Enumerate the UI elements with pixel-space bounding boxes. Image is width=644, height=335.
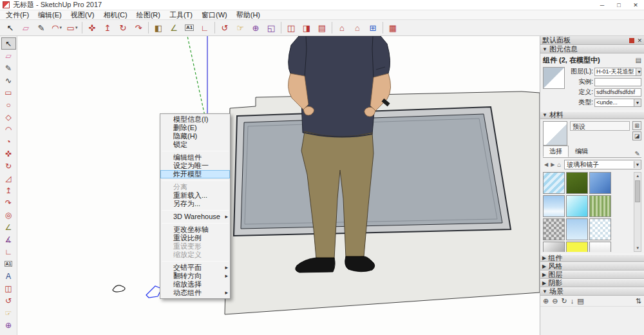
tool-extension-warehouse[interactable]: ⊞: [366, 21, 380, 35]
context-item-save-as[interactable]: 另存为...: [160, 200, 230, 208]
scrollbar-thumb[interactable]: [635, 180, 640, 202]
field-layer-select[interactable]: H-01-天花造型▼: [594, 68, 641, 76]
context-item-zoom-selection[interactable]: 缩放选择: [160, 280, 230, 289]
scroll-up-icon[interactable]: ▲: [636, 173, 639, 179]
close-button[interactable]: ✕: [627, 0, 644, 10]
tool-zoom-extents[interactable]: ◱: [264, 21, 278, 35]
tool-get-models[interactable]: ⌂: [335, 21, 349, 35]
tool-text[interactable]: A1: [182, 21, 196, 35]
tool-eraser[interactable]: ▱: [19, 21, 33, 35]
tool-component-options[interactable]: ▦: [386, 21, 400, 35]
viewport-canvas[interactable]: 模型信息(I)删除(E)隐藏(H)锁定编辑组件设定为唯一炸开模型分离重新载入..…: [17, 36, 540, 335]
material-swatch-glass-cyan[interactable]: [566, 195, 588, 217]
tool-orbit[interactable]: ↺: [1, 294, 16, 307]
menu-window[interactable]: 窗口(W): [197, 10, 232, 20]
menu-edit[interactable]: 编辑(E): [33, 10, 66, 20]
minimize-button[interactable]: ─: [594, 0, 611, 10]
tool-orbit[interactable]: ↺: [218, 21, 232, 35]
material-swatch-sky-with-cloud[interactable]: [543, 195, 565, 217]
display-secondary-button[interactable]: ◪: [632, 131, 641, 140]
tool-push-pull[interactable]: ↥: [100, 21, 115, 35]
tool-pie[interactable]: ◔: [1, 135, 16, 148]
tool-rotate[interactable]: ↻: [116, 21, 130, 35]
context-item-intersect-faces[interactable]: 交错平面▸: [160, 263, 230, 272]
context-item-change-axes[interactable]: 更改坐标轴: [160, 225, 230, 234]
section-materials-header[interactable]: ▼ 材料: [540, 111, 644, 119]
material-swatch-mirror-silver[interactable]: [543, 242, 565, 252]
tool-circle[interactable]: ○: [1, 99, 16, 111]
tool-axes[interactable]: ∟: [1, 245, 16, 258]
context-item-explode[interactable]: 炸开模型: [160, 170, 230, 178]
context-item-reset-scale[interactable]: 重设比例: [160, 234, 230, 242]
menu-draw[interactable]: 绘图(R): [132, 10, 165, 20]
tool-follow-me[interactable]: ↷: [1, 196, 16, 209]
tool-rotate[interactable]: ↻: [1, 160, 16, 172]
tab-select[interactable]: 选择: [543, 146, 569, 157]
section-entity-info-header[interactable]: ▼ 图元信息: [540, 45, 644, 53]
tool-polygon[interactable]: ◇: [1, 111, 16, 123]
tool-pencil[interactable]: ✎: [1, 62, 16, 74]
tool-pan[interactable]: ☞: [233, 21, 247, 35]
material-collection-select[interactable]: 玻璃和镜子 ▼: [564, 160, 641, 169]
context-item-model-info[interactable]: 模型信息(I): [160, 115, 230, 124]
tool-pencil[interactable]: ✎: [34, 21, 48, 35]
field-definition-input[interactable]: sdfsdfsdfsdfdsf: [594, 88, 641, 97]
entity-details-icon[interactable]: ▤: [636, 57, 641, 64]
in-model-icon[interactable]: ⌂: [556, 161, 562, 168]
add-scene-button[interactable]: ⊕: [543, 297, 549, 305]
tool-text[interactable]: A1: [1, 258, 16, 270]
create-material-button[interactable]: ⊞: [632, 121, 641, 130]
context-item-flip-along[interactable]: 翻转方向▸: [160, 272, 230, 280]
field-type-select[interactable]: <unde...▼: [594, 99, 641, 107]
material-swatch-checker-light-blue[interactable]: [589, 218, 611, 240]
view-options-button[interactable]: ▤: [577, 297, 583, 305]
menu-help[interactable]: 帮助(H): [232, 10, 265, 20]
tool-eraser[interactable]: ▱: [1, 50, 16, 62]
context-item-detach[interactable]: 分离: [160, 183, 230, 191]
show-details-button[interactable]: ⇅: [636, 297, 641, 305]
field-instance-input[interactable]: [594, 78, 641, 86]
tray-menu-icon[interactable]: [629, 38, 634, 43]
material-swatch-glass-diagonal-blue[interactable]: [543, 172, 565, 194]
tool-pan[interactable]: ☞: [1, 307, 16, 319]
material-swatch-glass-white[interactable]: [589, 242, 611, 252]
context-item-lock[interactable]: 锁定: [160, 140, 230, 149]
tool-follow-me[interactable]: ↷: [131, 21, 146, 35]
maximize-button[interactable]: □: [611, 0, 627, 10]
tool-move[interactable]: ✜: [1, 148, 16, 160]
context-item-make-unique[interactable]: 设定为唯一: [160, 162, 230, 170]
material-swatch-checker-gray[interactable]: [543, 218, 565, 240]
tool-3d-text[interactable]: A: [1, 270, 16, 282]
tool-axes[interactable]: ∟: [198, 21, 212, 35]
tool-protractor[interactable]: ∡: [1, 233, 16, 245]
context-item-hide[interactable]: 隐藏(H): [160, 132, 230, 140]
move-scene-down-button[interactable]: ↓: [571, 297, 574, 305]
tool-push-pull[interactable]: ↥: [1, 184, 16, 196]
materials-scrollbar[interactable]: ▲ ▼: [634, 172, 641, 252]
tab-edit[interactable]: 编辑: [569, 146, 594, 157]
back-arrow-icon[interactable]: ◀: [543, 162, 549, 168]
tool-zoom[interactable]: ⊕: [249, 21, 263, 35]
tool-section-display[interactable]: ▤: [315, 21, 329, 35]
context-item-dynamic-components[interactable]: 动态组件▸: [160, 289, 230, 297]
tool-select[interactable]: ↖: [1, 37, 16, 50]
menu-tools[interactable]: 工具(T): [165, 10, 197, 20]
sample-paint-icon[interactable]: ✎: [635, 150, 641, 157]
remove-scene-button[interactable]: ⊖: [552, 297, 558, 305]
section-scenes-header[interactable]: ▼ 场景: [540, 287, 644, 296]
tool-share-model[interactable]: ⌂: [350, 21, 365, 35]
menu-camera[interactable]: 相机(C): [99, 10, 131, 20]
tray-close-icon[interactable]: ✕: [637, 37, 642, 44]
tool-section-fill[interactable]: ◨: [299, 21, 314, 35]
material-swatch-glass-dark-green[interactable]: [566, 172, 588, 194]
update-scene-button[interactable]: ↻: [561, 297, 567, 305]
context-item-scale-definition[interactable]: 缩放定义: [160, 251, 230, 259]
forward-arrow-icon[interactable]: ▶: [549, 162, 556, 168]
tool-move[interactable]: ✜: [85, 21, 99, 35]
tool-offset[interactable]: ◎: [1, 209, 16, 221]
tool-shapes[interactable]: ▭▾: [65, 21, 79, 35]
tool-section-plane[interactable]: ◫: [1, 282, 16, 294]
tool-scale[interactable]: ◿: [1, 172, 16, 184]
tool-rectangle[interactable]: ▭: [1, 86, 16, 99]
tool-tape-measure[interactable]: ∠: [167, 21, 181, 35]
